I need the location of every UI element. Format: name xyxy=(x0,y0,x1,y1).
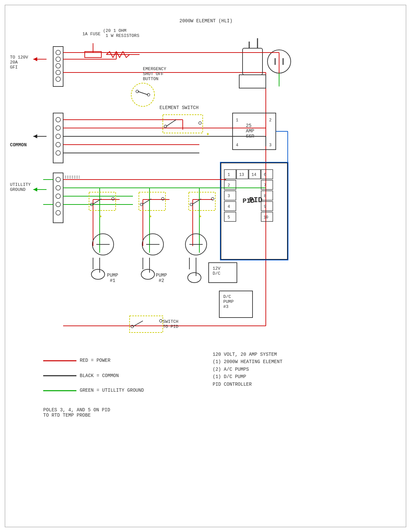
svg-rect-79 xyxy=(224,191,236,200)
svg-text:✦: ✦ xyxy=(149,213,152,219)
label-utility-ground: UTILLITY GROUND xyxy=(10,182,31,192)
svg-line-53 xyxy=(138,91,148,95)
svg-text:6: 6 xyxy=(264,173,266,177)
svg-text:14: 14 xyxy=(252,173,256,177)
svg-rect-95 xyxy=(261,201,273,211)
svg-point-52 xyxy=(131,83,154,106)
svg-marker-21 xyxy=(33,134,37,138)
label-poles: POLES 3, 4, AND 5 ON PID TO RTD TEMP PRO… xyxy=(43,407,110,418)
svg-point-11 xyxy=(56,151,60,155)
svg-point-124 xyxy=(141,269,154,279)
svg-text:1: 1 xyxy=(228,173,230,177)
svg-point-10 xyxy=(56,142,60,147)
svg-point-119 xyxy=(91,269,105,279)
svg-marker-19 xyxy=(33,57,37,61)
svg-text:4: 4 xyxy=(236,143,238,148)
label-element: 2000W ELEMENT (HLI) xyxy=(179,18,233,24)
svg-point-5 xyxy=(56,77,60,81)
svg-text:4: 4 xyxy=(228,204,230,209)
svg-text:13: 13 xyxy=(239,173,244,177)
svg-rect-73 xyxy=(221,163,287,259)
svg-rect-81 xyxy=(224,201,236,211)
label-specs: 120 VOLT, 20 AMP SYSTEM (1) 2000W HEATIN… xyxy=(213,351,282,388)
svg-text:5: 5 xyxy=(228,215,230,220)
svg-point-9 xyxy=(56,134,60,139)
svg-text:8: 8 xyxy=(264,194,266,199)
label-pump2: PUMP #2 xyxy=(156,273,167,283)
svg-text:3: 3 xyxy=(269,143,271,148)
svg-point-17 xyxy=(56,210,60,215)
svg-text:✦: ✦ xyxy=(199,213,202,219)
svg-text:3: 3 xyxy=(228,194,230,199)
svg-point-15 xyxy=(56,194,60,199)
svg-point-4 xyxy=(56,70,60,75)
svg-text:1: 1 xyxy=(236,118,238,123)
svg-point-16 xyxy=(56,202,60,207)
label-legend-red: RED = POWER xyxy=(80,358,110,363)
svg-point-3 xyxy=(56,64,60,68)
svg-text:✦: ✦ xyxy=(99,213,102,219)
svg-text:2: 2 xyxy=(228,183,230,188)
svg-text:2: 2 xyxy=(269,118,271,123)
svg-point-1 xyxy=(56,50,60,55)
svg-text:7: 7 xyxy=(264,183,266,188)
svg-point-135 xyxy=(159,320,162,322)
svg-rect-0 xyxy=(53,47,63,86)
label-ssr: 25 AMP SSR xyxy=(246,123,254,139)
svg-point-14 xyxy=(56,186,60,190)
svg-point-13 xyxy=(56,177,60,182)
svg-rect-75 xyxy=(224,170,236,179)
label-fuse: 1A FUSE xyxy=(82,32,101,37)
svg-point-66 xyxy=(199,122,201,124)
svg-point-2 xyxy=(56,57,60,62)
label-resistors: (20 1 OHM 1 W RESISTORS xyxy=(103,28,139,38)
svg-point-8 xyxy=(56,126,60,130)
label-switch-pid: SWITCH TO PID xyxy=(163,319,178,329)
svg-text:10: 10 xyxy=(263,215,268,220)
label-pump3: D/C PUMP #3 xyxy=(223,294,234,309)
label-12vdc: 12V D/C xyxy=(213,266,220,276)
svg-rect-83 xyxy=(224,212,236,221)
svg-rect-132 xyxy=(130,316,163,332)
label-element-switch: ELEMENT SWITCH xyxy=(159,105,199,110)
label-legend-green: GREEN = UTILLITY GROUND xyxy=(80,388,144,393)
svg-point-7 xyxy=(56,117,60,122)
svg-marker-23 xyxy=(33,188,37,192)
svg-point-129 xyxy=(188,273,201,283)
svg-rect-59 xyxy=(239,75,266,88)
label-pump1: PUMP #1 xyxy=(107,273,118,283)
svg-text:✦: ✦ xyxy=(206,131,210,137)
svg-rect-149 xyxy=(5,5,406,527)
svg-text:9: 9 xyxy=(264,204,266,209)
label-legend-black: BLACK = COMMON xyxy=(80,373,119,378)
label-emergency: EMERGENCY SHUT OFF BUTTON xyxy=(143,66,166,81)
label-pid: PID xyxy=(249,196,262,204)
label-to-120v: TO 120V 20A GFI xyxy=(10,55,28,70)
diagram-container: ✦ 1 2 4 3 1 2 3 4 5 13 14 6 7 8 9 10 PID… xyxy=(0,0,411,532)
svg-rect-93 xyxy=(261,191,273,200)
label-common: COMMON xyxy=(10,142,27,148)
svg-line-64 xyxy=(166,120,176,126)
svg-rect-89 xyxy=(261,170,273,179)
